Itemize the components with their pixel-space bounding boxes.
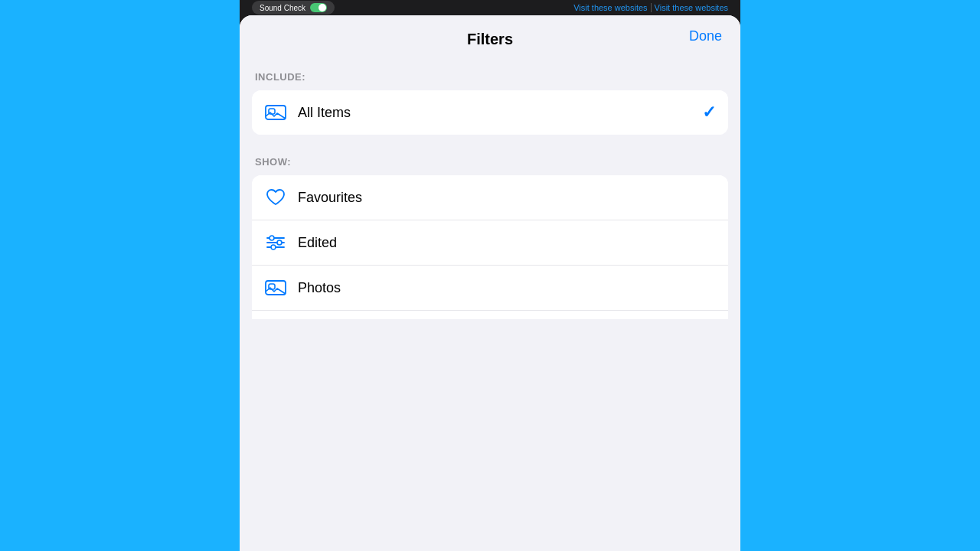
sliders-icon <box>264 231 287 254</box>
all-items-checkmark: ✓ <box>702 103 716 122</box>
favourites-label: Favourites <box>298 190 716 206</box>
visit-link-1[interactable]: Visit these websites <box>573 3 647 12</box>
photos-label: Photos <box>298 280 716 296</box>
modal-bottom <box>240 319 740 552</box>
favourites-item[interactable]: Favourites <box>252 175 728 220</box>
photos-icon <box>264 101 287 124</box>
modal-header: Filters Done <box>240 15 740 56</box>
edited-label: Edited <box>298 235 716 251</box>
include-list: All Items ✓ <box>252 90 728 135</box>
include-section-label: INCLUDE: <box>255 71 728 83</box>
top-bar: Sound Check Visit these websites Visit t… <box>240 0 740 15</box>
visit-link-2[interactable]: Visit these websites <box>655 3 728 12</box>
visit-links: Visit these websites Visit these website… <box>341 3 728 12</box>
show-section-label: SHOW: <box>255 156 728 168</box>
all-items-item[interactable]: All Items ✓ <box>252 90 728 135</box>
done-button[interactable]: Done <box>689 24 722 47</box>
modal-body: INCLUDE: All Items ✓ SHOW: <box>240 56 740 319</box>
edited-item[interactable]: Edited <box>252 220 728 265</box>
filters-modal: Filters Done INCLUDE: All Items <box>240 15 740 551</box>
videos-item[interactable]: Videos <box>252 310 728 319</box>
sound-check-label: Sound Check <box>260 4 305 12</box>
svg-point-7 <box>271 245 276 249</box>
photo-icon <box>264 276 287 299</box>
svg-point-5 <box>270 236 274 240</box>
link-divider <box>651 3 652 12</box>
modal-title: Filters <box>467 31 513 48</box>
all-items-label: All Items <box>298 105 702 121</box>
show-list: Favourites Edited <box>252 175 728 319</box>
photos-item[interactable]: Photos <box>252 265 728 310</box>
device-frame: Sound Check Visit these websites Visit t… <box>240 0 740 551</box>
sound-check-pill[interactable]: Sound Check <box>252 1 335 15</box>
sound-check-toggle[interactable] <box>310 3 327 12</box>
svg-point-6 <box>277 240 282 245</box>
heart-icon <box>264 186 287 209</box>
